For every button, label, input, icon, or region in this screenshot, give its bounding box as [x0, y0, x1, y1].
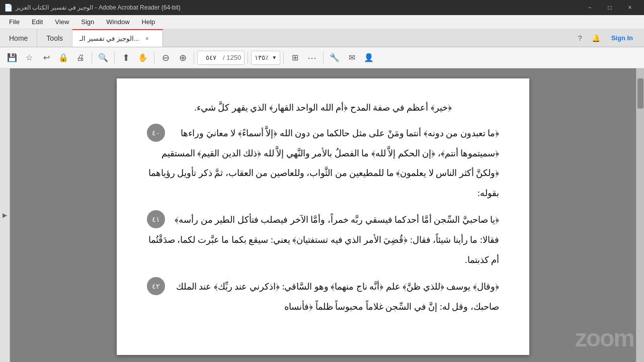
tab-actions: ? 🔔 Sign In [568, 29, 644, 47]
page-number-input[interactable] [201, 54, 221, 61]
protect-button[interactable]: 🔒 [55, 50, 71, 66]
pdf-page: ﴿خير﴾ أعظم في صفة المدح ﴿أم الله الواحد … [117, 78, 529, 355]
bookmark-button[interactable]: ☆ [21, 50, 37, 66]
tab-tools[interactable]: Tools [37, 29, 72, 47]
main-area: ▶ ﴿خير﴾ أعظم في صفة المدح ﴿أم الله الواح… [0, 68, 644, 362]
zoom-chevron-icon: ▼ [272, 55, 277, 60]
verse-42-text: ﴿وقال﴾ يوسف ﴿للذي ظنَّ﴾ علم ﴿أنَّه ناج م… [176, 282, 499, 312]
tab-bar: Home Tools الوجيز في تفسير الـ... × ? 🔔 … [0, 29, 644, 47]
zoom-value: ١٣٥٪ [255, 54, 269, 61]
title-bar: 📄 الوجيز في تفسير الكتاب العزيز - Adobe … [0, 0, 644, 15]
sidebar-toggle[interactable]: ▶ [0, 68, 10, 362]
verse-42-block: ٤٢ ﴿وقال﴾ يوسف ﴿للذي ظنَّ﴾ علم ﴿أنَّه نا… [147, 277, 499, 317]
tab-tools-label: Tools [46, 34, 63, 42]
menu-edit[interactable]: Edit [27, 16, 48, 28]
minimize-button[interactable]: − [580, 0, 600, 15]
verse-42-number: ٤٢ [147, 277, 165, 295]
toolbar: 💾 ☆ ↩ 🔒 🖨 🔍 ⬆ ✋ ⊖ ⊕ / 1250 ١٣٥٪ ▼ ⊞ ⋯ 🔧 … [0, 47, 644, 68]
verse-41-text: ﴿يا صاحبيَّ السِّجن أمَّا أحدكما فيسقي ر… [148, 215, 499, 264]
title-bar-controls[interactable]: − □ × [580, 0, 640, 15]
tab-document-label: الوجيز في تفسير الـ... [79, 35, 139, 42]
separator-5 [248, 52, 248, 64]
separator-3 [154, 52, 154, 64]
back-button[interactable]: ↩ [38, 50, 54, 66]
tab-document[interactable]: الوجيز في تفسير الـ... × [72, 29, 163, 47]
separator-4 [194, 52, 194, 64]
title-bar-text: الوجيز في تفسير الكتاب العزيز - Adobe Ac… [16, 4, 181, 11]
top-verse-text: ﴿خير﴾ أعظم في صفة المدح ﴿أم الله الواحد … [194, 103, 452, 113]
tab-home[interactable]: Home [0, 29, 37, 47]
menu-bar: File Edit View Sign Window Help [0, 15, 644, 29]
title-bar-left: 📄 الوجيز في تفسير الكتاب العزيز - Adobe … [4, 4, 181, 12]
scrollbar-thumb[interactable] [637, 78, 643, 109]
search-button[interactable]: 🔍 [95, 50, 111, 66]
zoom-dropdown[interactable]: ١٣٥٪ ▼ [251, 51, 280, 65]
select-tool-button[interactable]: ⬆ [118, 50, 134, 66]
menu-help[interactable]: Help [137, 16, 160, 28]
print-button[interactable]: 🖨 [72, 50, 89, 66]
verse-41-number: ٤١ [147, 210, 165, 228]
verse-41-block: ٤١ ﴿يا صاحبيَّ السِّجن أمَّا أحدكما فيسق… [147, 210, 499, 270]
tab-spacer [163, 29, 568, 47]
verse-40-text: ﴿ما تعبدون من دونه﴾ أنتما ومَنْ على مثل … [148, 128, 500, 198]
menu-window[interactable]: Window [101, 16, 134, 28]
tools-panel-button[interactable]: 🔧 [327, 50, 343, 66]
menu-sign[interactable]: Sign [76, 16, 99, 28]
page-navigation: / 1250 [197, 51, 245, 65]
page-total: / 1250 [223, 54, 241, 61]
verse-40-block: ٤٠ ﴿ما تعبدون من دونه﴾ أنتما ومَنْ على م… [147, 124, 499, 203]
menu-view[interactable]: View [50, 16, 74, 28]
user-button[interactable]: 👤 [361, 50, 377, 66]
fit-page-button[interactable]: ⊞ [287, 50, 303, 66]
separator-2 [114, 52, 115, 64]
zoom-out-button[interactable]: ⊖ [157, 50, 174, 66]
notifications-button[interactable]: 🔔 [589, 31, 603, 45]
tab-close-button[interactable]: × [143, 34, 151, 43]
menu-file[interactable]: File [4, 16, 25, 28]
tab-home-label: Home [9, 34, 28, 42]
sidebar-chevron-icon: ▶ [3, 212, 7, 219]
document-area: ﴿خير﴾ أعظم في صفة المدح ﴿أم الله الواحد … [10, 68, 636, 362]
more-button[interactable]: ⋯ [304, 50, 320, 66]
hand-tool-button[interactable]: ✋ [135, 50, 151, 66]
separator-6 [283, 52, 284, 64]
help-button[interactable]: ? [573, 31, 587, 45]
email-button[interactable]: ✉ [344, 50, 360, 66]
sign-in-button[interactable]: Sign In [605, 32, 639, 44]
maximize-button[interactable]: □ [600, 0, 620, 15]
top-verse: ﴿خير﴾ أعظم في صفة المدح ﴿أم الله الواحد … [147, 99, 499, 117]
separator-1 [92, 52, 92, 64]
save-button[interactable]: 💾 [4, 50, 20, 66]
scrollbar-right[interactable] [636, 68, 644, 362]
verse-40-number: ٤٠ [147, 124, 165, 142]
separator-7 [323, 52, 324, 64]
zoom-in-button[interactable]: ⊕ [175, 50, 191, 66]
close-button[interactable]: × [620, 0, 640, 15]
app-icon: 📄 [4, 4, 13, 12]
